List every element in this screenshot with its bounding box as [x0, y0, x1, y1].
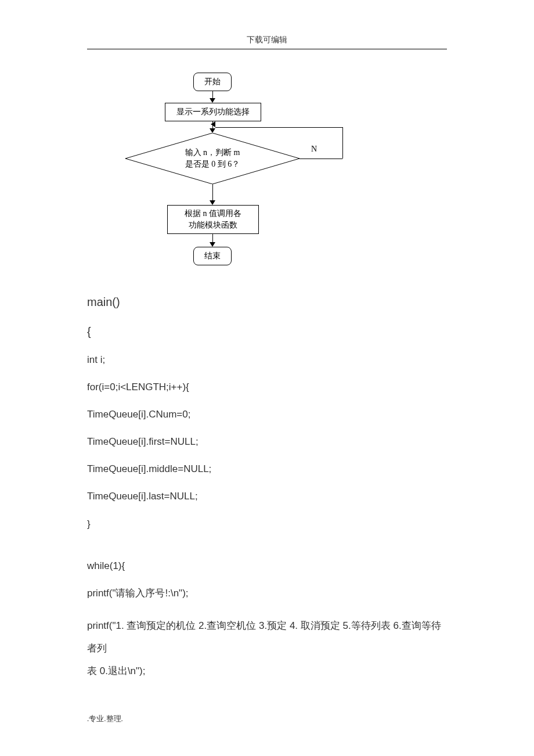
- code-line: printf("1. 查询预定的机位 2.查询空机位 3.预定 4. 取消预定 …: [87, 614, 447, 682]
- code-line: int i;: [87, 354, 447, 366]
- call-text-line2: 功能模块函数: [189, 221, 237, 229]
- code-line: TimeQueue[i].last=NULL;: [87, 490, 447, 503]
- call-text-line1: 根据 n 值调用各: [185, 209, 241, 218]
- code-line: TimeQueue[i].first=NULL;: [87, 435, 447, 448]
- page-content: 开始 显示一系列功能选择 输入 n，判断 m 是否是 0 到 6？ N 根据 n…: [87, 49, 447, 682]
- code-line: for(i=0;i<LENGTH;i++){: [87, 381, 447, 394]
- code-line: TimeQueue[i].CNum=0;: [87, 408, 447, 421]
- arrowhead-icon: [210, 242, 215, 247]
- code-block: main() { int i; for(i=0;i<LENGTH;i++){ T…: [87, 294, 447, 682]
- arrowhead-icon: [210, 128, 215, 133]
- code-line: main(): [87, 294, 447, 309]
- page-footer: .专业.整理.: [87, 714, 123, 724]
- flow-end: 结束: [193, 247, 232, 265]
- arrowhead-icon: [211, 121, 215, 127]
- code-line: TimeQueue[i].middle=NULL;: [87, 463, 447, 476]
- code-line: }: [87, 518, 447, 531]
- arrowhead-icon: [210, 200, 215, 205]
- flow-decision: 输入 n，判断 m 是否是 0 到 6？: [125, 133, 300, 184]
- code-line: while(1){: [87, 560, 447, 573]
- code-line: printf("请输入序号!:\n");: [87, 587, 447, 600]
- arrow: [212, 184, 213, 201]
- flow-call: 根据 n 值调用各 功能模块函数: [167, 205, 259, 234]
- decision-text-line2: 是否是 0 到 6？: [185, 160, 240, 168]
- code-line: {: [87, 324, 447, 339]
- flow-start: 开始: [193, 73, 232, 91]
- page-header: 下载可编辑: [0, 0, 534, 49]
- arrowhead-icon: [210, 98, 215, 103]
- flow-line: [215, 127, 342, 128]
- flow-line: [342, 127, 343, 159]
- branch-label-n: N: [311, 145, 317, 154]
- flow-line: [300, 159, 342, 159]
- flowchart: 开始 显示一系列功能选择 输入 n，判断 m 是否是 0 到 6？ N 根据 n…: [128, 73, 371, 283]
- decision-text-line1: 输入 n，判断 m: [185, 148, 240, 157]
- flow-menu: 显示一系列功能选择: [165, 103, 261, 121]
